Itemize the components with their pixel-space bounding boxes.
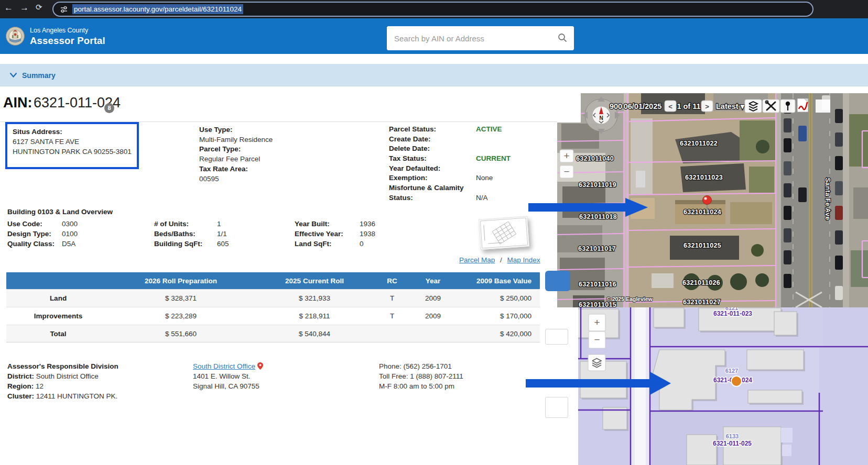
summary-section-header[interactable]: Summary [0, 64, 868, 86]
tax-status-label: Tax Status: [389, 154, 476, 164]
year-defaulted-label: Year Defaulted: [389, 164, 476, 174]
app-title: Assessor Portal [30, 35, 105, 47]
next-image-button[interactable]: > [701, 101, 713, 112]
imagery-date: 06/01/2025 [624, 102, 662, 110]
pin-button[interactable] [780, 99, 795, 113]
tools-button[interactable] [763, 99, 779, 113]
address-bar[interactable]: portal.assessor.lacounty.gov/parceldetai… [52, 2, 813, 17]
subject-parcel-marker [731, 376, 742, 386]
map-index-link[interactable]: Map Index [507, 256, 540, 264]
search-icon[interactable] [557, 32, 568, 43]
situs-line1: 6127 SANTA FE AVE [13, 137, 137, 147]
building-row: Design Type:0100 Beds/Baths:1/1 Effectiv… [7, 230, 531, 240]
situs-label: Situs Address: [13, 127, 137, 137]
street-parcel-label: 6321-011-023 [713, 310, 752, 317]
tax-rate-area-label: Tax Rate Area: [199, 164, 356, 174]
map-corner-panel [557, 93, 581, 123]
office-column: South District Office 1401 E. Willow St.… [193, 361, 263, 391]
parcel-label: 6321011025 [683, 242, 721, 249]
aerial-zoom-in-button[interactable]: + [560, 150, 573, 162]
svg-text:−: − [594, 334, 600, 345]
parcel-label: 6321011015 [579, 301, 616, 307]
office-phone: Phone: (562) 256-1701 [379, 361, 463, 371]
division-column: Assessor's Responsible Division District… [7, 361, 118, 401]
situs-line2: HUNTINGTON PARK CA 90255-3801 [13, 147, 137, 157]
status-column: Parcel Status:ACTIVE Create Date: Delete… [389, 125, 546, 204]
tax-rate-area-value: 00595 [199, 174, 356, 184]
use-type-label: Use Type: [199, 125, 356, 135]
pdf-export-icon[interactable] [797, 98, 808, 112]
house-number-label: 6127 [725, 368, 738, 374]
svg-text:+: + [563, 150, 569, 161]
contact-column: Phone: (562) 256-1701 Toll Free: 1 (888)… [379, 361, 463, 391]
search-input[interactable] [387, 26, 574, 50]
parcel-label: 6321011040 [576, 155, 614, 162]
use-type-value: Multi-Family Residence [199, 135, 356, 145]
situs-address-annotation-box: Situs Address: 6127 SANTA FE AVE HUNTING… [5, 122, 139, 169]
parcel-status-label: Parcel Status: [389, 125, 476, 135]
svg-text:<: < [668, 103, 672, 110]
cluster-value: 12411 HUNTINGTON PK. [36, 392, 118, 400]
building-row: Use Code:0300 # of Units:1 Year Built:19… [7, 220, 531, 230]
parcel-type-value: Regular Fee Parcel [199, 154, 356, 164]
summary-label[interactable]: Summary [22, 71, 56, 80]
label-fragment: 900 [610, 102, 622, 110]
table-row-land: Land$ 328,371$ 321,933T2009$ 250,000 [6, 289, 540, 307]
table-row-improvements: Improvements$ 223,289$ 218,911T2009$ 170… [6, 307, 540, 325]
parcel-label: 6321011017 [578, 245, 616, 252]
back-icon[interactable]: ← [4, 3, 13, 13]
create-date-label: Create Date: [389, 135, 476, 145]
svg-text:>: > [705, 103, 709, 110]
street-map[interactable]: 6121 6321-011-023 6127 6321-011-024 6133… [578, 307, 868, 465]
chevron-down-icon[interactable] [9, 72, 17, 78]
street-zoom-out-button[interactable]: − [589, 331, 605, 348]
building-overview-title: Building 0103 & Land Overview [7, 208, 113, 216]
prev-image-button[interactable]: < [665, 101, 676, 112]
cutoff-blue-panel [545, 271, 570, 291]
site-settings-icon[interactable] [60, 5, 68, 14]
street-layers-button[interactable] [588, 355, 605, 371]
parcel-info-column: Use Type: Multi-Family Residence Parcel … [199, 125, 356, 184]
search-box [387, 26, 574, 50]
parcel-label: 6321011023 [685, 174, 723, 181]
url-text[interactable]: portal.assessor.lacounty.gov/parceldetai… [72, 4, 243, 14]
page: ← → ⟳ portal.assessor.lacounty.gov/parce… [0, 0, 868, 465]
exemption-value: None [476, 174, 493, 184]
parcel-label: 6321011027 [683, 298, 721, 306]
tax-status-value: CURRENT [476, 154, 511, 164]
house-number-label: 6133 [726, 433, 739, 439]
toolbar-partial-button[interactable] [816, 99, 830, 113]
svg-text:+: + [594, 317, 600, 328]
parcel-type-label: Parcel Type: [199, 145, 356, 154]
aerial-zoom-out-button[interactable]: − [560, 165, 573, 178]
misfortune-label: Misfortune & Calamity [389, 184, 476, 194]
layers-button[interactable] [745, 99, 762, 113]
parcel-map-sketch [479, 217, 529, 249]
browser-toolbar: ← → ⟳ portal.assessor.lacounty.gov/parce… [0, 0, 868, 18]
building-row: Quality Class:D5A Building SqFt:605 Land… [7, 240, 531, 250]
delete-date-label: Delete Date: [389, 145, 476, 154]
aerial-map[interactable]: 6321011022 6321011040 6321011023 6321011… [557, 93, 868, 307]
svg-text:−: − [563, 166, 569, 177]
parcel-map-thumbnail[interactable] [479, 216, 529, 250]
parcel-label: 6321011018 [579, 213, 617, 220]
street-zoom-in-button[interactable]: + [589, 314, 605, 331]
parcel-map-link[interactable]: Parcel Map [459, 256, 495, 264]
street-parcel-label: 6321-011-025 [713, 440, 752, 447]
parcel-label: 6321011019 [579, 181, 616, 189]
cutoff-white-card [545, 397, 568, 418]
ain-count-badge[interactable]: 8 [104, 103, 114, 113]
division-title: Assessor's Responsible Division [7, 361, 118, 371]
reload-icon[interactable]: ⟳ [36, 3, 42, 12]
imagery-attribution: © 2025 Eagleview [606, 296, 653, 302]
app-header: Los Angeles County Assessor Portal [0, 18, 868, 54]
parcel-status-value: ACTIVE [476, 125, 502, 135]
region-value: 12 [36, 382, 44, 390]
imagery-version-dropdown[interactable]: Latest ▾ [716, 102, 745, 110]
forward-icon[interactable]: → [20, 3, 29, 13]
office-tollfree: Toll Free: 1 (888) 807-2111 [379, 371, 463, 381]
district-office-link[interactable]: South District Office [193, 362, 255, 370]
district-value: South District Office [36, 372, 99, 380]
office-address1: 1401 E. Willow St. [193, 371, 263, 381]
misfortune-status-value: N/A [476, 194, 488, 204]
